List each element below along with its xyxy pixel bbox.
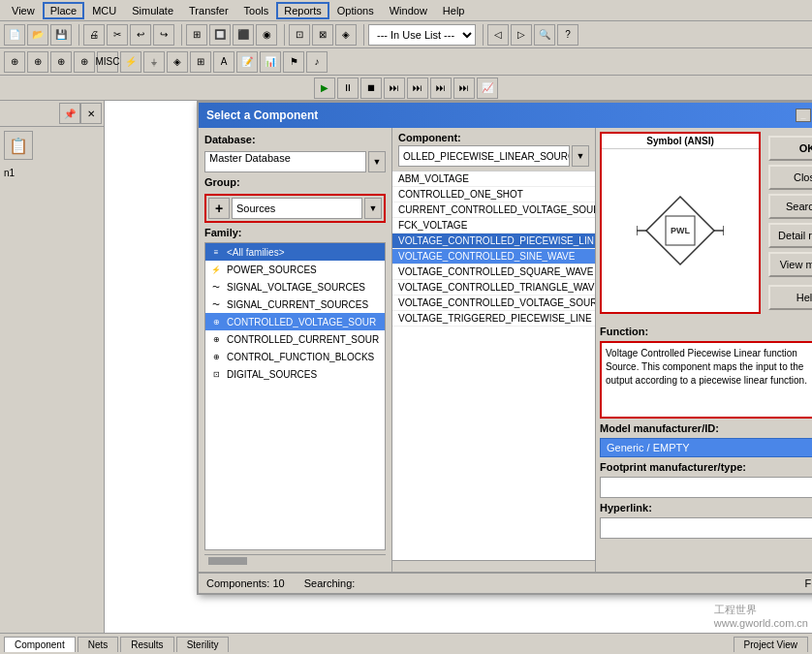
note-btn[interactable]: 📝	[236, 51, 258, 73]
menu-reports[interactable]: Reports	[276, 2, 329, 19]
menu-transfer[interactable]: Transfer	[181, 3, 236, 18]
redo-btn[interactable]: ↪	[153, 24, 174, 46]
component-item-4[interactable]: VOLTAGE_CONTROLLED_PIECEWISE_LIN	[392, 234, 595, 249]
model-value[interactable]: Generic / EMPTY	[600, 438, 812, 457]
pause-btn[interactable]: ⏸	[337, 78, 359, 99]
component-item-2[interactable]: CURRENT_CONTROLLED_VOLTAGE_SOUR	[392, 202, 595, 218]
power-btn[interactable]: ⚡	[120, 51, 141, 73]
in-use-list[interactable]: --- In Use List ---	[368, 24, 476, 46]
tab-project-view[interactable]: Project View	[734, 637, 808, 652]
family-list[interactable]: ≡<All families>⚡POWER_SOURCES〜SIGNAL_VOL…	[204, 242, 386, 550]
component-scrollbar-h[interactable]	[392, 560, 595, 572]
component-item-3[interactable]: FCK_VOLTAGE	[392, 218, 595, 234]
component-item-8[interactable]: VOLTAGE_CONTROLLED_VOLTAGE_SOUR	[392, 296, 595, 311]
tab-nets[interactable]: Nets	[78, 637, 119, 652]
family-scrollbar[interactable]	[204, 554, 386, 566]
graph-btn[interactable]: 📊	[260, 51, 281, 73]
component-value[interactable]: OLLED_PIECEWISE_LINEAR_SOURCE	[398, 145, 570, 167]
minimize-btn[interactable]: _	[796, 109, 811, 122]
step4-btn[interactable]: ⏭	[453, 78, 475, 99]
ok-button[interactable]: OK	[768, 136, 812, 161]
family-item-2[interactable]: 〜SIGNAL_VOLTAGE_SOURCES	[205, 278, 385, 296]
family-item-0[interactable]: ≡<All families>	[205, 243, 385, 261]
family-item-1[interactable]: ⚡POWER_SOURCES	[205, 261, 385, 278]
print-btn[interactable]: 🖨	[83, 24, 105, 46]
component-item-7[interactable]: VOLTAGE_CONTROLLED_TRIANGLE_WAV	[392, 280, 595, 296]
group-arrow[interactable]: ▼	[364, 198, 382, 219]
tab-sterility[interactable]: Sterility	[176, 637, 230, 652]
help-btn[interactable]: ?	[557, 24, 578, 46]
component-list[interactable]: ABM_VOLTAGECONTROLLED_ONE_SHOTCURRENT_CO…	[392, 171, 595, 560]
family-item-4[interactable]: ⊕CONTROLLED_VOLTAGE_SOUR	[205, 313, 385, 330]
search-button[interactable]: Search...	[768, 194, 812, 219]
menu-tools[interactable]: Tools	[236, 3, 277, 18]
zoom-btn[interactable]: 🔲	[209, 24, 231, 46]
search-btn[interactable]: 🔍	[534, 24, 555, 46]
misc-btn[interactable]: MISC	[97, 51, 118, 73]
play-btn[interactable]: ▶	[314, 78, 335, 99]
footprint-value[interactable]	[600, 477, 812, 498]
family-item-7[interactable]: ⊡DIGITAL_SOURCES	[205, 365, 385, 383]
gnd-btn[interactable]: ⏚	[143, 51, 165, 73]
menu-options[interactable]: Options	[329, 3, 382, 18]
grid-btn[interactable]: ⊞	[186, 24, 207, 46]
family-item-3[interactable]: 〜SIGNAL_CURRENT_SOURCES	[205, 296, 385, 313]
new-btn[interactable]: 📄	[4, 24, 25, 46]
forward-btn[interactable]: ▷	[511, 24, 532, 46]
tab-results[interactable]: Results	[120, 637, 173, 652]
component-item-6[interactable]: VOLTAGE_CONTROLLED_SQUARE_WAVE	[392, 265, 595, 280]
component-dropdown[interactable]: ▼	[572, 145, 589, 167]
bus-btn[interactable]: ⊕	[50, 51, 72, 73]
inout-btn[interactable]: ⊞	[190, 51, 211, 73]
group-field[interactable]: Sources	[232, 198, 362, 219]
view-model-button[interactable]: View model	[768, 252, 812, 277]
component-item-1[interactable]: CONTROLLED_ONE_SHOT	[392, 187, 595, 202]
node-btn[interactable]: ⊕	[74, 51, 95, 73]
cut-btn[interactable]: ✂	[107, 24, 128, 46]
analyze-btn[interactable]: 📈	[477, 78, 498, 99]
wire-btn[interactable]: ⊡	[289, 24, 310, 46]
family-item-6[interactable]: ⊕CONTROL_FUNCTION_BLOCKS	[205, 348, 385, 365]
probe-btn[interactable]: ◈	[335, 24, 357, 46]
database-field[interactable]: Master Database	[204, 151, 366, 172]
step2-btn[interactable]: ⏭	[407, 78, 428, 99]
menu-mcu[interactable]: MCU	[84, 3, 124, 18]
back-btn[interactable]: ◁	[487, 24, 509, 46]
stop-btn[interactable]: ⏹	[360, 78, 382, 99]
flag-btn[interactable]: ⚑	[283, 51, 304, 73]
open-btn[interactable]: 📂	[27, 24, 48, 46]
hier-btn[interactable]: ◈	[167, 51, 188, 73]
tab-component[interactable]: Component	[4, 637, 76, 652]
menu-simulate[interactable]: Simulate	[124, 3, 181, 18]
family-item-5[interactable]: ⊕CONTROLLED_CURRENT_SOUR	[205, 330, 385, 348]
menu-help[interactable]: Help	[435, 3, 473, 18]
component-item-0[interactable]: ABM_VOLTAGE	[392, 171, 595, 187]
wire2-btn[interactable]: ⊕	[27, 51, 48, 73]
step-btn[interactable]: ⏭	[384, 78, 405, 99]
menu-window[interactable]: Window	[382, 3, 435, 18]
place-btn[interactable]: ⊕	[4, 51, 25, 73]
close-panel-btn[interactable]: ✕	[80, 103, 102, 124]
panel-icon[interactable]: 📋	[4, 131, 33, 160]
save-btn[interactable]: 💾	[50, 24, 72, 46]
detail-report-button[interactable]: Detail report	[768, 223, 812, 248]
component-item-5[interactable]: VOLTAGE_CONTROLLED_SINE_WAVE	[392, 249, 595, 265]
music-btn[interactable]: ♪	[306, 51, 328, 73]
group-add-btn[interactable]: +	[208, 198, 230, 219]
schematic-area[interactable]: Select a Component _ □ ✕ Database: Maste…	[105, 101, 812, 633]
comp-btn[interactable]: ◉	[256, 24, 277, 46]
zoom2-btn[interactable]: ⬛	[233, 24, 254, 46]
annotate-btn[interactable]: ⊠	[312, 24, 333, 46]
undo-btn[interactable]: ↩	[130, 24, 151, 46]
close-button[interactable]: Close	[768, 165, 812, 190]
database-arrow[interactable]: ▼	[368, 151, 386, 172]
pin-btn[interactable]: 📌	[59, 103, 80, 124]
component-item-9[interactable]: VOLTAGE_TRIGGERED_PIECEWISE_LINE	[392, 311, 595, 327]
menu-place[interactable]: Place	[43, 2, 85, 19]
text-btn[interactable]: A	[213, 51, 234, 73]
step3-btn[interactable]: ⏭	[430, 78, 452, 99]
menu-view[interactable]: View	[4, 3, 43, 18]
hyperlink-value[interactable]	[600, 517, 812, 539]
family-icon-7: ⊡	[209, 367, 223, 381]
help-button[interactable]: Help	[768, 285, 812, 310]
